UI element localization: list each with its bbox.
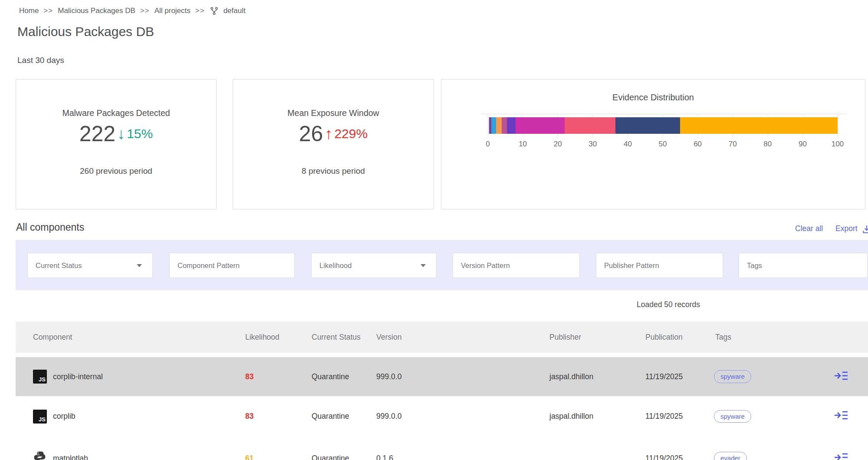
component-name: corplib-internal [53,357,103,396]
row-action-cell [834,396,848,437]
stat-label: Malware Packages Detected [16,108,216,118]
chart-axis [481,114,847,114]
table-row[interactable]: JScorplib-internal83Quarantine999.0.0jas… [16,357,868,396]
filter-bar: Current StatusComponent PatternLikelihoo… [16,240,868,290]
trend-down-icon: ↓ [117,126,125,142]
tags-cell: spyware [714,357,751,396]
component-icon-cell: JS [33,357,47,396]
page-title: Malicious Packages DB [17,24,154,39]
filter-placeholder: Current Status [36,261,82,270]
filter-placeholder: Component Pattern [178,261,240,270]
bar-segment-Generic [507,117,516,134]
chevron-down-icon [137,264,142,267]
tag-pill[interactable]: evader [714,452,747,460]
previous-period: 8 previous period [233,166,434,176]
publication-date: 11/19/2025 [645,357,683,396]
breadcrumb-item[interactable]: Malicious Packages DB [58,7,135,15]
publication-date: 11/19/2025 [645,396,683,437]
download-icon[interactable] [862,225,868,236]
filter-placeholder: Version Pattern [461,261,510,270]
filter-component-pattern-input[interactable]: Component Pattern [169,253,295,278]
evidence-distribution-card: Evidence Distribution 010203040506070809… [441,79,865,209]
tick-label: 20 [549,140,566,149]
version: 0.1.6 [376,437,393,460]
tags-cell: spyware [714,396,751,437]
column-header-component: Component [33,321,72,353]
trend-percent: 15% [127,126,153,141]
bar-segment-Evader [680,117,838,134]
likelihood-value: 83 [245,396,253,437]
javascript-icon: JS [33,410,47,424]
row-action-cell [834,357,848,396]
column-header-likelihood: Likelihood [245,321,279,353]
bar-segment-Backdoor [565,117,615,134]
javascript-icon: JS [33,370,47,384]
table-header: ComponentLikelihoodCurrent StatusVersion… [16,321,868,353]
publication-date: 11/19/2025 [645,437,683,460]
trend-up-icon: ↑ [325,126,332,142]
version: 999.0.0 [376,396,401,437]
stat-card-malware-detected: Malware Packages Detected 222 ↓ 15% 260 … [16,79,217,209]
tick-label: 40 [619,140,636,149]
bar-segment-Stealer [491,117,496,134]
tick-label: 90 [794,140,811,149]
enter-details-icon[interactable] [834,452,848,460]
tick-label: 30 [584,140,602,149]
filter-publisher-pattern-input[interactable]: Publisher Pattern [596,253,723,278]
breadcrumb-separator: >> [140,7,150,15]
tag-pill[interactable]: spyware [714,370,751,383]
tick-label: 50 [654,140,671,149]
enter-details-icon[interactable] [834,370,848,384]
section-title: All components [16,222,84,233]
breadcrumb-item[interactable]: All projects [155,7,191,15]
enter-details-icon[interactable] [834,410,848,423]
loaded-records-status: Loaded 50 records [637,300,700,309]
column-header-current-status: Current Status [312,321,361,353]
stat-value: 222 [79,121,115,146]
breadcrumb-separator: >> [43,7,53,15]
likelihood-value: 83 [245,357,253,396]
export-button[interactable]: Export [835,224,858,233]
tick-label: 10 [514,140,532,149]
trend-percent: 229% [334,126,368,141]
stat-label: Mean Exposure Window [233,108,434,118]
filter-tags-input[interactable]: Tags [739,253,868,278]
row-action-cell [834,437,848,460]
bar-segment-Dropper [502,117,506,134]
bar-segment-Trojan [615,117,680,134]
chart-title: Evidence Distribution [441,93,865,103]
stacked-bar [488,117,838,134]
python-icon [33,450,46,460]
filter-placeholder: Tags [747,261,762,270]
breadcrumb-current[interactable]: default [224,7,246,15]
filter-likelihood-dropdown[interactable]: Likelihood [311,253,437,278]
bar-segment-Spyware [516,117,565,134]
table-row[interactable]: JScorplib83Quarantine999.0.0jaspal.dhill… [16,396,868,437]
filter-placeholder: Likelihood [319,261,352,270]
filter-current-status-dropdown[interactable]: Current Status [27,253,153,278]
clear-all-button[interactable]: Clear all [795,224,823,233]
malicious-packages-dashboard: Home>>Malicious Packages DB>>All project… [0,0,868,460]
tick-label: 0 [479,140,496,149]
stat-value: 26 [299,121,323,146]
likelihood-value: 61 [245,437,253,460]
breadcrumb: Home>>Malicious Packages DB>>All project… [19,5,246,17]
current-status: Quarantine [312,437,349,460]
table-row[interactable]: matplotlab61Quarantine0.1.611/19/2025eva… [16,437,868,460]
tag-pill[interactable]: spyware [714,410,751,423]
component-icon-cell: JS [33,396,47,437]
stat-card-exposure-window: Mean Exposure Window 26 ↑ 229% 8 previou… [233,79,434,209]
breadcrumb-item[interactable]: Home [19,7,39,15]
breadcrumb-separator: >> [195,7,205,15]
period-label: Last 30 days [17,56,64,65]
tick-label: 80 [759,140,776,149]
component-name: corplib [53,396,76,437]
tick-label: 60 [689,140,707,149]
filter-version-pattern-input[interactable]: Version Pattern [453,253,580,278]
current-status: Quarantine [312,357,349,396]
publisher: jaspal.dhillon [549,357,593,396]
column-header-tags: Tags [715,321,731,353]
git-branch-icon [210,6,219,16]
current-status: Quarantine [312,396,349,437]
column-header-version: Version [376,321,401,353]
